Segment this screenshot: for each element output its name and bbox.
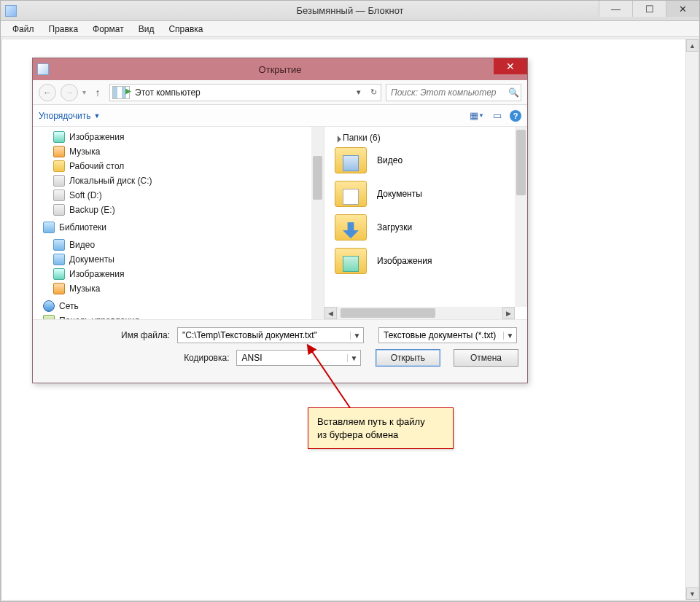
close-button[interactable]: ✕ — [666, 1, 699, 17]
help-icon[interactable]: ? — [510, 110, 521, 122]
address-text: Этот компьютер — [132, 87, 351, 98]
notepad-window: Безымянный — Блокнот — ☐ ✕ Файл Правка Ф… — [0, 0, 700, 602]
tree-item-desktop[interactable]: Рабочий стол — [53, 159, 324, 173]
nav-history-dropdown[interactable]: ▾ — [82, 88, 86, 96]
search-icon[interactable]: 🔍 — [506, 87, 521, 98]
download-overlay-icon — [343, 222, 359, 238]
annotation-callout: Вставляем путь к файлу из буфера обмена — [308, 407, 454, 449]
dialog-title: Открытие — [33, 64, 527, 75]
dialog-toolbar: Упорядочить ▼ ▦ ▼ ▭ ? — [33, 105, 527, 127]
view-options-button[interactable]: ▦ ▼ — [469, 108, 485, 124]
menu-view[interactable]: Вид — [131, 23, 162, 36]
encoding-value: ANSI — [237, 353, 346, 363]
nav-forward-button[interactable]: → — [61, 84, 78, 101]
dialog-close-button[interactable]: ✕ — [494, 58, 527, 74]
chevron-down-icon: ▼ — [93, 112, 100, 120]
tree-item-lib-music[interactable]: Музыка — [53, 281, 324, 296]
open-file-dialog: Открытие ✕ ← → ▾ ↑ Этот компьютер ▾ ↻ 🔍 … — [32, 58, 528, 383]
pictures-icon — [53, 131, 65, 143]
annotation-text-line2: из буфера обмена — [317, 429, 444, 442]
docs-lib-icon — [53, 254, 65, 265]
music-lib-icon — [53, 283, 65, 294]
chevron-down-icon[interactable]: ▼ — [350, 332, 363, 340]
preview-pane-button[interactable]: ▭ — [489, 108, 505, 124]
menu-help[interactable]: Справка — [161, 23, 210, 36]
file-filter-combo[interactable]: Текстовые документы (*.txt) ▼ — [378, 327, 517, 343]
menubar: Файл Правка Формат Вид Справка — [1, 21, 699, 37]
search-input[interactable] — [386, 87, 506, 98]
navigation-tree[interactable]: Изображения Музыка Рабочий стол Локальны… — [33, 127, 324, 319]
folder-list: Видео Документы Загрузки Изображения — [335, 147, 517, 274]
folder-video[interactable]: Видео — [335, 147, 517, 173]
scroll-down-icon[interactable]: ▼ — [686, 587, 699, 600]
dialog-navbar: ← → ▾ ↑ Этот компьютер ▾ ↻ 🔍 — [33, 80, 527, 105]
organize-label: Упорядочить — [39, 111, 90, 121]
section-folders[interactable]: Папки (6) — [335, 133, 517, 143]
video-lib-icon — [53, 239, 65, 251]
folder-documents[interactable]: Документы — [335, 181, 517, 207]
tree-scrollbar[interactable] — [311, 127, 324, 319]
tree-item-drive-d[interactable]: Soft (D:) — [53, 188, 324, 203]
content-vscrollbar[interactable] — [515, 127, 527, 307]
menu-format[interactable]: Формат — [85, 23, 131, 36]
dialog-app-icon — [37, 63, 49, 75]
annotation-text-line1: Вставляем путь к файлу — [317, 415, 444, 429]
doc-overlay-icon — [343, 189, 359, 205]
tree-item-lib-video[interactable]: Видео — [53, 238, 324, 252]
nav-up-button[interactable]: ↑ — [90, 85, 105, 100]
encoding-label: Кодировка: — [42, 353, 232, 363]
folder-downloads[interactable]: Загрузки — [335, 214, 517, 241]
music-icon — [53, 146, 65, 157]
encoding-combo[interactable]: ANSI ▼ — [236, 350, 360, 366]
tree-item-lib-pics[interactable]: Изображения — [53, 267, 324, 281]
content-hscrollbar[interactable]: ◀ ▶ — [324, 307, 515, 319]
scroll-thumb[interactable] — [313, 156, 322, 200]
folder-icon — [335, 248, 367, 274]
encoding-row: Кодировка: ANSI ▼ Открыть Отмена — [42, 349, 518, 367]
chevron-down-icon[interactable]: ▼ — [503, 332, 516, 340]
window-controls: — ☐ ✕ — [599, 1, 699, 17]
editor-scrollbar[interactable]: ▲ ▼ — [685, 39, 698, 600]
address-bar[interactable]: Этот компьютер ▾ ↻ — [109, 84, 381, 101]
tree-item-lib-docs[interactable]: Документы — [53, 252, 324, 267]
file-filter-value: Текстовые документы (*.txt) — [379, 330, 503, 340]
tree-item-drive-c[interactable]: Локальный диск (C:) — [53, 173, 324, 188]
tree-item-libraries[interactable]: Библиотеки — [43, 220, 324, 235]
menu-file[interactable]: Файл — [5, 23, 42, 36]
open-button[interactable]: Открыть — [376, 349, 440, 367]
desktop-icon — [53, 160, 65, 172]
control-panel-icon — [43, 315, 55, 319]
scroll-up-icon[interactable]: ▲ — [686, 39, 699, 52]
address-dropdown-icon[interactable]: ▾ — [351, 87, 366, 97]
tree-item-network[interactable]: Сеть — [43, 299, 324, 313]
tree-item-music[interactable]: Музыка — [53, 144, 324, 159]
dialog-footer: Имя файла: "C:\Temp\Текстовый документ.t… — [33, 319, 527, 383]
folder-icon — [335, 147, 367, 173]
tree-item-drive-e[interactable]: Backup (E:) — [53, 203, 324, 217]
minimize-button[interactable]: — — [599, 1, 632, 17]
folder-icon — [335, 214, 367, 241]
filename-value[interactable]: "C:\Temp\Текстовый документ.txt" — [178, 330, 350, 340]
content-pane[interactable]: Папки (6) Видео Документы Загрузки — [324, 127, 527, 319]
filename-combo[interactable]: "C:\Temp\Текстовый документ.txt" ▼ — [177, 327, 364, 343]
scroll-thumb[interactable] — [341, 308, 435, 318]
tree-item-control-panel[interactable]: Панель управления — [43, 313, 324, 319]
picture-overlay-icon — [343, 256, 359, 272]
nav-back-button[interactable]: ← — [39, 84, 56, 101]
tree-item-pictures[interactable]: Изображения — [53, 130, 324, 144]
refresh-icon[interactable]: ↻ — [366, 87, 381, 97]
folder-pictures[interactable]: Изображения — [335, 248, 517, 274]
organize-menu[interactable]: Упорядочить ▼ — [39, 111, 100, 121]
scroll-left-icon[interactable]: ◀ — [324, 307, 337, 319]
search-box[interactable]: 🔍 — [386, 84, 521, 101]
scroll-thumb[interactable] — [516, 130, 526, 195]
scroll-right-icon[interactable]: ▶ — [502, 307, 515, 319]
pics-lib-icon — [53, 268, 65, 280]
maximize-button[interactable]: ☐ — [632, 1, 666, 17]
menu-edit[interactable]: Правка — [42, 23, 86, 36]
chevron-down-icon[interactable]: ▼ — [347, 354, 360, 362]
dialog-body: Изображения Музыка Рабочий стол Локальны… — [33, 127, 527, 319]
cancel-button[interactable]: Отмена — [454, 349, 518, 367]
this-pc-icon — [112, 86, 130, 99]
libraries-icon — [43, 222, 55, 233]
